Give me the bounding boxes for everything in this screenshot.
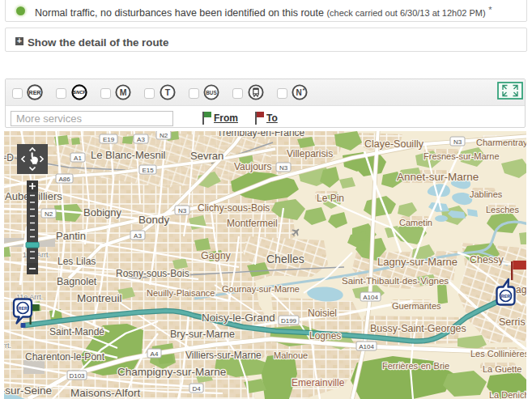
- svg-text:Serris: Serris: [499, 316, 526, 328]
- svg-text:Tremblay-en-France: Tremblay-en-France: [217, 131, 305, 138]
- svg-text:Montfermeil: Montfermeil: [227, 218, 278, 229]
- svg-text:A104: A104: [359, 343, 374, 350]
- svg-text:M: M: [120, 87, 127, 97]
- svg-text:Saint-Mandé: Saint-Mandé: [49, 326, 104, 337]
- svg-text:Champigny-sur-Marne: Champigny-sur-Marne: [117, 366, 226, 378]
- svg-text:RER: RER: [19, 306, 28, 311]
- svg-text:Neuilly-Plaisance: Neuilly-Plaisance: [147, 288, 215, 298]
- svg-text:Clichy-sous-Bois: Clichy-sous-Bois: [198, 202, 270, 214]
- svg-text:Bry-sur-Marne: Bry-sur-Marne: [170, 329, 235, 340]
- svg-text:Gournay-sur-Marne: Gournay-sur-Marne: [222, 284, 300, 294]
- svg-text:Les Lilas: Les Lilas: [57, 256, 96, 267]
- svg-text:ag: ag: [516, 284, 526, 295]
- svg-text:Vaujours: Vaujours: [234, 161, 271, 172]
- svg-text:La Deniche: La Deniche: [489, 390, 526, 399]
- svg-text:A1: A1: [74, 155, 82, 162]
- svg-text:Noisiel: Noisiel: [308, 308, 337, 319]
- svg-text:A4: A4: [151, 350, 159, 358]
- svg-text:y-sur-Seine: y-sur-Seine: [4, 384, 52, 397]
- svg-text:Bondy: Bondy: [138, 214, 170, 226]
- svg-text:Sevran: Sevran: [190, 150, 223, 162]
- svg-text:A3: A3: [134, 232, 142, 240]
- svg-text:Pantin: Pantin: [56, 230, 86, 242]
- svg-text:Malnoue: Malnoue: [274, 350, 308, 360]
- svg-text:Lognes: Lognes: [309, 330, 341, 342]
- svg-text:RER: RER: [501, 294, 510, 299]
- svg-text:Jablines: Jablines: [470, 189, 503, 199]
- svg-text:Annet-sur-Marne: Annet-sur-Marne: [397, 171, 479, 183]
- svg-text:T: T: [165, 87, 171, 97]
- svg-text:E15: E15: [142, 167, 154, 174]
- svg-text:D199: D199: [281, 317, 297, 325]
- svg-text:A104: A104: [363, 294, 378, 301]
- svg-text:BUS: BUS: [206, 90, 217, 96]
- svg-text:Bobigny: Bobigny: [83, 206, 121, 219]
- svg-text:Gagny: Gagny: [201, 250, 232, 261]
- svg-text:N2: N2: [160, 132, 168, 139]
- svg-text:SNCF: SNCF: [73, 90, 86, 95]
- svg-text:Les Collinières: Les Collinières: [470, 349, 526, 359]
- svg-text:rrt.: rrt.: [4, 342, 11, 350]
- svg-text:Cametin: Cametin: [399, 218, 432, 227]
- svg-text:E19: E19: [103, 136, 115, 143]
- svg-text:t-D: t-D: [4, 152, 14, 163]
- svg-text:La Guette: La Guette: [483, 364, 521, 374]
- svg-text:D103: D103: [69, 372, 85, 380]
- svg-text:Ferrières-en-Brie: Ferrières-en-Brie: [382, 361, 449, 371]
- svg-text:Chessy: Chessy: [470, 254, 504, 265]
- svg-text:N: N: [296, 88, 302, 97]
- svg-text:Maisons-Alfort: Maisons-Alfort: [70, 387, 141, 399]
- svg-text:A3: A3: [137, 136, 145, 143]
- svg-text:Claye-Souilly: Claye-Souilly: [364, 138, 424, 150]
- svg-text:Lesches: Lesches: [486, 205, 519, 214]
- svg-text:Emerainville: Emerainville: [292, 377, 345, 388]
- svg-text:Bussy-Saint-Georges: Bussy-Saint-Georges: [370, 323, 466, 334]
- svg-text:Saint-Thibault-des-Vignes: Saint-Thibault-des-Vignes: [342, 276, 449, 286]
- svg-text:N2: N2: [45, 210, 53, 218]
- svg-text:Le Pin: Le Pin: [317, 193, 344, 204]
- svg-text:N3: N3: [279, 164, 288, 172]
- svg-text:D4: D4: [192, 385, 201, 393]
- svg-text:Villiers-sur-Marne: Villiers-sur-Marne: [185, 350, 262, 361]
- svg-text:Charmentray: Charmentray: [476, 138, 526, 147]
- svg-text:Guermantes: Guermantes: [392, 301, 441, 311]
- svg-text:Noisy-le-Grand: Noisy-le-Grand: [202, 312, 275, 324]
- svg-text:Rosny-sous-Bois: Rosny-sous-Bois: [116, 268, 189, 279]
- svg-text:Chelles: Chelles: [266, 253, 304, 265]
- svg-text:Villeparisis: Villeparisis: [287, 148, 333, 159]
- svg-text:Lagny-sur-Marne: Lagny-sur-Marne: [377, 256, 458, 268]
- svg-text:N3: N3: [453, 138, 462, 146]
- svg-text:RER: RER: [29, 90, 41, 96]
- svg-text:A86: A86: [58, 176, 70, 183]
- svg-text:Fresnes-sur-Marne: Fresnes-sur-Marne: [423, 151, 500, 161]
- svg-text:N3: N3: [178, 207, 187, 214]
- svg-text:Le Blanc-Mesnil: Le Blanc-Mesnil: [91, 149, 166, 161]
- svg-text:Charenton-le-Pont: Charenton-le-Pont: [25, 351, 105, 363]
- svg-text:Montreuil: Montreuil: [77, 292, 122, 304]
- svg-text:Bagnolet: Bagnolet: [57, 276, 97, 287]
